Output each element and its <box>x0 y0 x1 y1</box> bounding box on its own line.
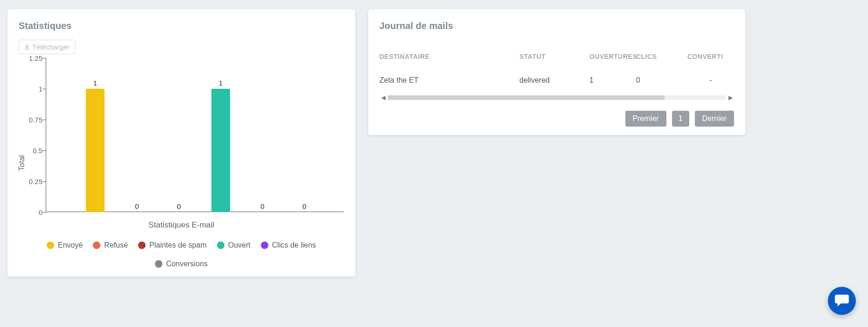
table-row[interactable]: Zeta the ETdelivered10- <box>379 71 734 90</box>
legend-dot-icon <box>47 242 54 249</box>
bar[interactable] <box>86 89 105 212</box>
legend-dot-icon <box>93 242 100 249</box>
chart-area: Total 100100 00.250.50.7511.25 Statistiq… <box>19 58 344 268</box>
col-converted[interactable]: CONVERTI <box>687 53 734 60</box>
y-tick <box>42 120 46 120</box>
stats-card: Statistiques Télécharger Total 100100 00… <box>7 9 355 277</box>
y-tick <box>42 89 46 89</box>
legend-dot-icon <box>155 260 162 268</box>
y-tick-label: 0 <box>20 208 42 216</box>
legend-item[interactable]: Conversions <box>155 260 208 268</box>
log-header-row: DESTINATAIRE STATUT OUVERTURES CLICS CON… <box>379 40 734 71</box>
cell-clicks: 0 <box>636 76 687 85</box>
y-tick-label: 0.75 <box>20 116 42 124</box>
cell-status: delivered <box>519 76 589 85</box>
legend-item[interactable]: Clics de liens <box>261 241 316 249</box>
col-recipient[interactable]: DESTINATAIRE <box>379 53 519 60</box>
stats-title: Statistiques <box>19 21 344 31</box>
y-tick-label: 1 <box>20 85 42 93</box>
col-status[interactable]: STATUT <box>519 53 589 60</box>
scroll-right-icon[interactable]: ▶ <box>727 94 734 101</box>
legend-label: Ouvert <box>228 241 251 249</box>
legend-item[interactable]: Refusé <box>93 241 128 249</box>
y-tick <box>42 212 46 213</box>
legend-dot-icon <box>261 242 268 249</box>
legend-item[interactable]: Plaintes de spam <box>138 241 207 249</box>
bar-column: 0 <box>242 58 284 212</box>
chart-plot: 100100 00.250.50.7511.25 <box>46 58 344 212</box>
bar-column: 1 <box>200 58 242 212</box>
y-tick-label: 0.25 <box>20 178 42 185</box>
bar-value-label: 0 <box>260 202 264 210</box>
chart-ylabel: Total <box>18 155 26 171</box>
legend-label: Plaintes de spam <box>149 241 207 249</box>
cell-converted: - <box>687 76 734 85</box>
col-opens[interactable]: OUVERTURES <box>589 53 636 60</box>
pager-first[interactable]: Premier <box>625 111 666 127</box>
bar-value-label: 0 <box>177 202 181 210</box>
bar-column: 1 <box>74 58 116 212</box>
y-tick <box>42 150 46 151</box>
cell-recipient: Zeta the ET <box>379 76 519 85</box>
download-button[interactable]: Télécharger <box>19 40 76 54</box>
mail-log-title: Journal de mails <box>379 21 734 31</box>
chart-legend: EnvoyéRefuséPlaintes de spamOuvertClics … <box>19 241 344 268</box>
bar-value-label: 0 <box>135 202 139 210</box>
bar-value-label: 1 <box>219 79 223 87</box>
y-tick <box>42 181 46 182</box>
scroll-thumb[interactable] <box>388 95 665 100</box>
y-tick-label: 1.25 <box>20 54 42 62</box>
download-icon <box>25 43 29 51</box>
legend-item[interactable]: Ouvert <box>217 241 251 249</box>
horizontal-scrollbar[interactable]: ◀ ▶ <box>379 94 734 101</box>
pager: Premier 1 Dernier <box>379 111 734 127</box>
bar-column: 0 <box>283 58 325 212</box>
cell-opens: 1 <box>589 76 636 85</box>
pager-page-1[interactable]: 1 <box>672 111 689 127</box>
bar[interactable] <box>211 89 230 212</box>
bar-column: 0 <box>116 58 158 212</box>
pager-last[interactable]: Dernier <box>695 111 734 127</box>
chat-launcher-button[interactable] <box>828 287 856 315</box>
mail-log-card: Journal de mails DESTINATAIRE STATUT OUV… <box>368 9 745 135</box>
chat-icon <box>835 293 849 308</box>
download-label: Télécharger <box>32 43 70 51</box>
legend-label: Refusé <box>104 241 128 249</box>
chart-xlabel: Statistiques E-mail <box>19 220 344 230</box>
legend-dot-icon <box>138 242 146 249</box>
scroll-left-icon[interactable]: ◀ <box>379 94 387 101</box>
bar-column: 0 <box>158 58 200 212</box>
legend-dot-icon <box>217 242 224 249</box>
legend-label: Clics de liens <box>272 241 316 249</box>
bar-value-label: 1 <box>93 79 97 87</box>
col-clicks[interactable]: CLICS <box>636 53 687 60</box>
legend-label: Envoyé <box>58 241 83 249</box>
legend-label: Conversions <box>166 260 208 268</box>
y-tick-label: 0.5 <box>20 147 42 155</box>
y-tick <box>42 58 46 58</box>
bar-value-label: 0 <box>302 202 306 210</box>
legend-item[interactable]: Envoyé <box>47 241 83 249</box>
